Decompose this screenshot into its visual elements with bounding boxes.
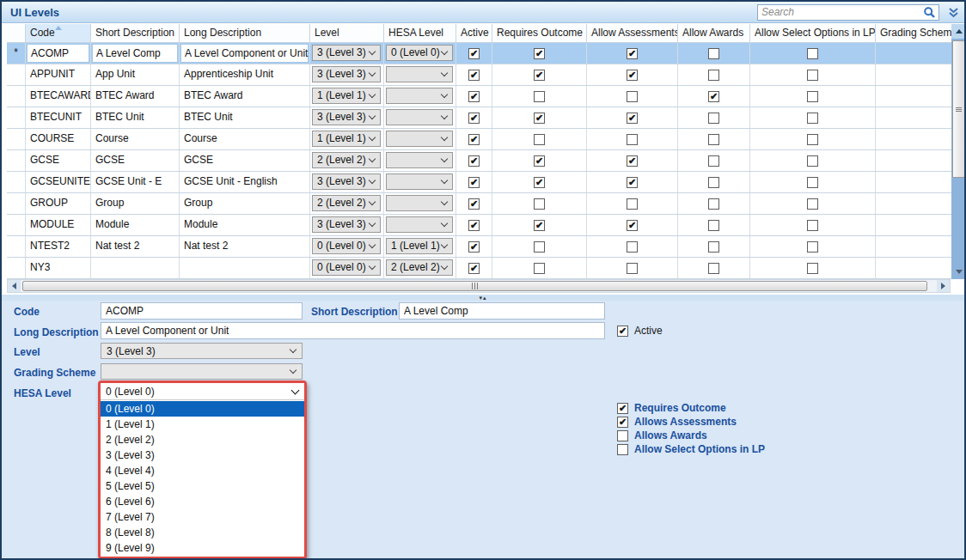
cell-allow-awards[interactable] — [678, 43, 750, 64]
unchecked-checkbox[interactable] — [627, 263, 638, 274]
search-icon[interactable] — [923, 6, 938, 19]
checked-checkbox[interactable]: ✔ — [468, 48, 480, 59]
cell-short-description[interactable]: A Level Comp — [91, 43, 180, 64]
checked-checkbox[interactable]: ✔ — [627, 177, 638, 188]
checked-checkbox[interactable]: ✔ — [534, 70, 545, 81]
cell-allow-select-options[interactable] — [750, 193, 876, 214]
table-row[interactable]: GCSEGCSEGCSE2 (Level 2)✔✔✔ — [7, 150, 966, 172]
cell-short-description[interactable]: Module — [91, 215, 180, 235]
checked-checkbox[interactable]: ✔ — [468, 177, 480, 188]
cell-hesa-level[interactable]: 0 (Level 0) — [384, 43, 456, 64]
unchecked-checkbox[interactable] — [708, 198, 719, 210]
hesa-level-option[interactable]: 8 (Level 8) — [101, 525, 304, 540]
cell-short-description[interactable]: Course — [91, 129, 180, 149]
horizontal-scrollbar-thumb[interactable] — [22, 281, 927, 291]
grid-dropdown[interactable] — [386, 216, 453, 233]
table-row[interactable]: NTEST2Nat test 2Nat test 20 (Level 0)1 (… — [7, 236, 966, 258]
header-code[interactable]: Code — [26, 24, 91, 43]
hesa-level-option[interactable]: 7 (Level 7) — [101, 509, 304, 525]
cell-allow-select-options[interactable] — [750, 129, 876, 149]
level-dropdown[interactable]: 3 (Level 3) — [101, 343, 303, 359]
unchecked-checkbox[interactable] — [807, 155, 818, 167]
cell-long-description[interactable]: A Level Component or Unit — [180, 43, 310, 64]
unchecked-checkbox[interactable] — [708, 241, 719, 253]
scroll-right-icon[interactable] — [937, 280, 950, 292]
unchecked-checkbox[interactable] — [627, 198, 638, 210]
checked-checkbox[interactable]: ✔ — [468, 220, 480, 231]
cell-grading-scheme[interactable] — [876, 193, 951, 214]
cell-requires-outcome[interactable] — [492, 193, 587, 214]
cell-long-description[interactable]: Course — [180, 129, 310, 149]
cell-hesa-level[interactable] — [384, 107, 456, 128]
cell-allow-select-options[interactable] — [750, 150, 876, 171]
unchecked-checkbox[interactable] — [807, 241, 818, 253]
checked-checkbox[interactable]: ✔ — [468, 263, 480, 274]
unchecked-checkbox[interactable] — [708, 70, 719, 81]
unchecked-checkbox[interactable] — [534, 241, 545, 253]
checked-checkbox[interactable]: ✔ — [468, 155, 480, 167]
cell-long-description[interactable]: Module — [180, 215, 310, 235]
cell-allow-assessments[interactable]: ✔ — [587, 172, 678, 192]
cell-short-description[interactable]: Nat test 2 — [91, 236, 180, 257]
hesa-level-option[interactable]: 2 (Level 2) — [101, 432, 304, 447]
cell-code-editor[interactable]: ACOMP — [27, 44, 89, 63]
grid-dropdown[interactable] — [386, 88, 453, 104]
hesa-level-option[interactable]: 6 (Level 6) — [101, 494, 304, 509]
unchecked-checkbox[interactable] — [617, 444, 628, 455]
cell-long-description[interactable]: Nat test 2 — [180, 236, 310, 257]
cell-hesa-level[interactable]: 1 (Level 1) — [384, 236, 456, 257]
cell-short-description[interactable]: GCSE — [91, 150, 180, 171]
unchecked-checkbox[interactable] — [708, 155, 719, 167]
cell-requires-outcome[interactable]: ✔ — [492, 150, 587, 171]
unchecked-checkbox[interactable] — [807, 198, 818, 210]
cell-active[interactable]: ✔ — [456, 236, 492, 257]
cell-short-description-editor[interactable]: A Level Comp — [92, 44, 178, 63]
checked-checkbox[interactable]: ✔ — [468, 198, 480, 210]
cell-allow-select-options[interactable] — [750, 64, 876, 85]
cell-requires-outcome[interactable]: ✔ — [492, 107, 587, 128]
cell-level[interactable]: 3 (Level 3) — [310, 215, 384, 235]
cell-hesa-level[interactable] — [384, 129, 456, 149]
cell-level[interactable]: 1 (Level 1) — [310, 129, 384, 149]
grid-dropdown[interactable]: 3 (Level 3) — [312, 66, 381, 82]
cell-grading-scheme[interactable] — [876, 64, 951, 85]
cell-allow-awards[interactable] — [678, 150, 750, 171]
collapse-panel-icon[interactable] — [948, 7, 959, 18]
grid-dropdown[interactable]: 1 (Level 1) — [386, 238, 453, 254]
scroll-up-icon[interactable] — [951, 24, 966, 39]
cell-grading-scheme[interactable] — [876, 236, 951, 257]
cell-allow-select-options[interactable] — [750, 107, 876, 128]
cell-requires-outcome[interactable]: ✔ — [492, 215, 587, 235]
unchecked-checkbox[interactable] — [708, 220, 719, 231]
grid-dropdown[interactable]: 2 (Level 2) — [312, 152, 381, 168]
cell-grading-scheme[interactable] — [876, 86, 951, 107]
cell-active[interactable]: ✔ — [456, 150, 492, 171]
hesa-level-option[interactable]: 3 (Level 3) — [101, 447, 304, 463]
header-long-description[interactable]: Long Description — [180, 24, 310, 43]
cell-active[interactable]: ✔ — [456, 107, 492, 128]
checked-checkbox[interactable]: ✔ — [627, 70, 638, 81]
cell-allow-assessments[interactable] — [587, 129, 678, 149]
vertical-scrollbar[interactable] — [951, 24, 966, 279]
cell-allow-select-options[interactable] — [750, 258, 876, 278]
unchecked-checkbox[interactable] — [534, 198, 545, 210]
header-level[interactable]: Level — [310, 24, 384, 43]
hesa-level-combobox[interactable]: 0 (Level 0) — [101, 383, 304, 400]
cell-code[interactable]: NY3 — [26, 258, 91, 278]
cell-allow-awards[interactable] — [678, 193, 750, 214]
cell-allow-select-options[interactable] — [750, 86, 876, 107]
header-allow-awards[interactable]: Allow Awards — [678, 24, 750, 43]
grid-dropdown[interactable] — [386, 109, 453, 125]
header-active[interactable]: Active — [456, 24, 492, 43]
cell-active[interactable]: ✔ — [456, 215, 492, 235]
cell-allow-assessments[interactable] — [587, 258, 678, 278]
cell-grading-scheme[interactable] — [876, 172, 951, 192]
cell-hesa-level[interactable] — [384, 64, 456, 85]
cell-grading-scheme[interactable] — [876, 43, 951, 64]
cell-hesa-level[interactable] — [384, 150, 456, 171]
cell-active[interactable]: ✔ — [456, 258, 492, 278]
cell-code[interactable]: NTEST2 — [26, 236, 91, 257]
checked-checkbox[interactable]: ✔ — [468, 113, 480, 124]
cell-level[interactable]: 2 (Level 2) — [310, 150, 384, 171]
grid-dropdown[interactable]: 3 (Level 3) — [312, 109, 381, 125]
